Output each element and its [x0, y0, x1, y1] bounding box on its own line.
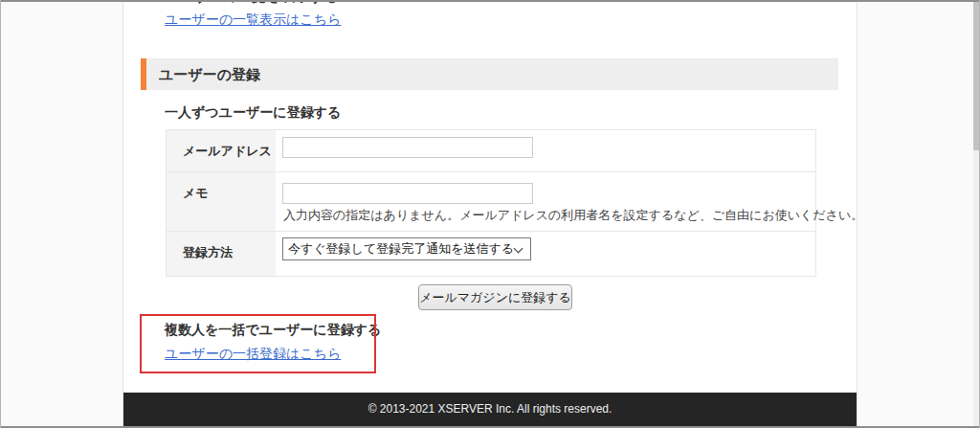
register-mailmagazine-button[interactable]: メールマガジンに登録する	[418, 284, 572, 310]
container-left-border	[122, 0, 123, 428]
memo-label: メモ	[167, 172, 276, 231]
users-list-link[interactable]: ユーザーの一覧表示はこちら	[165, 11, 341, 29]
table-row-email: メールアドレス	[167, 130, 815, 172]
single-register-heading: 一人ずつユーザーに登録する	[165, 104, 341, 122]
section-accent-bar	[141, 58, 146, 90]
memo-help-text: 入力内容の指定はありません。メールアドレスの利用者名を設定するなど、ご自由にお使…	[283, 207, 863, 224]
browser-viewport: ユーザーの一覧を表示する ユーザーの一覧表示はこちら ユーザーの登録 一人ずつユ…	[0, 0, 980, 428]
email-cell	[276, 130, 815, 171]
table-row-memo: メモ 入力内容の指定はありません。メールアドレスの利用者名を設定するなど、ご自由…	[167, 172, 815, 232]
method-cell: 今すぐ登録して登録完了通知を送信する	[276, 232, 815, 276]
registration-method-select[interactable]: 今すぐ登録して登録完了通知を送信する	[282, 237, 531, 260]
memo-cell: 入力内容の指定はありません。メールアドレスの利用者名を設定するなど、ご自由にお使…	[276, 172, 815, 231]
copyright-text: © 2013-2021 XSERVER Inc. All rights rese…	[368, 402, 612, 416]
chevron-down-icon	[514, 244, 523, 254]
method-label: 登録方法	[167, 232, 276, 276]
frame-left-border	[0, 0, 1, 428]
registration-form-table: メールアドレス メモ 入力内容の指定はありません。メールアドレスの利用者名を設定…	[166, 129, 816, 277]
table-row-method: 登録方法 今すぐ登録して登録完了通知を送信する	[167, 232, 815, 277]
email-field[interactable]	[282, 137, 533, 158]
email-label: メールアドレス	[167, 130, 276, 171]
registration-method-selected-option: 今すぐ登録して登録完了通知を送信する	[288, 241, 514, 256]
section-header: ユーザーの登録	[141, 58, 838, 90]
annotation-highlight-box	[140, 314, 376, 373]
footer: © 2013-2021 XSERVER Inc. All rights rese…	[123, 393, 857, 426]
section-title: ユーザーの登録	[159, 58, 260, 90]
frame-top-border	[0, 0, 980, 2]
memo-field[interactable]	[282, 183, 533, 204]
